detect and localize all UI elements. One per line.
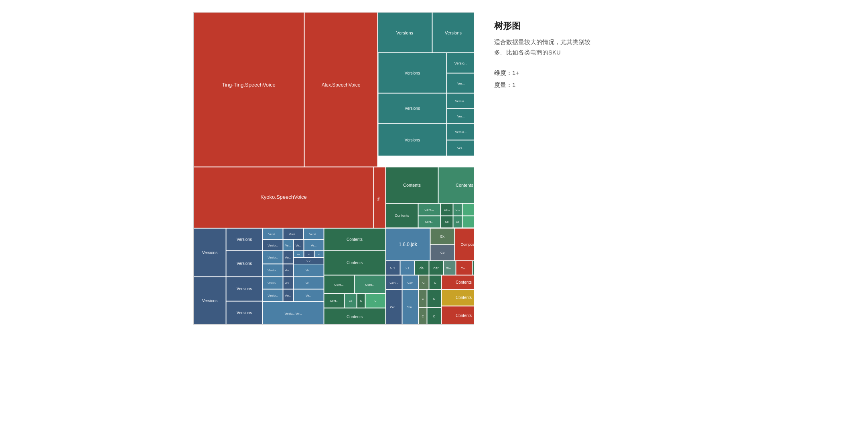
svg-rect-0 [194,12,304,167]
svg-text:Contents: Contents [403,183,421,188]
svg-text:Ver...: Ver... [285,269,291,272]
svg-text:Ve: Ve [297,253,300,256]
svg-text:Versi...: Versi... [289,233,297,236]
svg-text:Ve...: Ve... [306,282,311,285]
svg-text:Compos...: Compos... [460,242,474,246]
svg-text:C: C [434,281,436,285]
page-container: Ting-Ting.SpeechVoice Alex.SpeechVoice V… [193,12,675,325]
svg-text:Contents: Contents [456,183,474,188]
svg-text:Versio...: Versio... [455,99,467,103]
svg-text:V: V [308,253,310,256]
svg-text:Ver...: Ver... [285,294,291,297]
svg-text:Contents: Contents [347,315,363,319]
svg-text:Versio...: Versio... [268,244,278,247]
svg-text:Ve...: Ve... [296,244,301,247]
svg-text:Versi...: Versi... [268,233,277,236]
svg-text:Ve...: Ve... [306,294,311,297]
svg-text:C: C [374,299,376,302]
svg-text:C: C [433,297,435,300]
svg-text:Ex: Ex [440,234,445,238]
measure-label: 度量：1 [494,79,590,91]
svg-text:Ver...: Ver... [457,82,464,85]
svg-text:Cont...: Cont... [424,208,434,212]
svg-text:C: C [422,297,424,300]
svg-text:Alex.SpeechVoice: Alex.SpeechVoice [322,82,361,88]
svg-text:Co: Co [456,220,460,223]
svg-text:5.1: 5.1 [405,266,410,270]
svg-text:Ve...: Ve... [306,269,311,272]
svg-text:Cont...: Cont... [365,283,375,287]
svg-text:Versio...: Versio... [268,294,278,297]
svg-text:Versions: Versions [202,299,217,303]
svg-text:Co...: Co... [461,267,468,270]
svg-text:Versio...: Versio... [455,130,467,134]
svg-text:Versions: Versions [405,71,420,75]
svg-text:Vic: Vic [377,197,380,201]
svg-text:Con: Con [408,281,414,285]
svg-text:C: C [433,315,435,318]
svg-text:C...: C... [456,208,460,211]
svg-text:Versions: Versions [202,250,217,255]
svg-text:V V: V V [306,260,310,262]
svg-text:1.6.0.jdk: 1.6.0.jdk [399,242,417,247]
svg-text:Ting-Ting.SpeechVoice: Ting-Ting.SpeechVoice [222,82,275,88]
svg-text:Cont...: Cont... [425,220,434,223]
svg-text:Ver...: Ver... [457,146,464,150]
svg-text:Contents: Contents [456,295,472,300]
svg-text:Versions: Versions [237,311,252,315]
svg-text:Contents: Contents [347,260,363,265]
svg-text:Con...: Con... [389,281,398,285]
svg-text:Versions: Versions [237,237,252,242]
svg-text:Contents: Contents [456,313,472,318]
svg-text:Contents: Contents [347,237,363,242]
svg-text:Ver...: Ver... [285,282,291,285]
svg-rect-110 [462,216,474,228]
svg-text:Versions: Versions [396,30,414,35]
svg-text:Contents: Contents [456,280,472,285]
svg-text:Versions: Versions [237,261,252,266]
svg-text:Ve...: Ve... [311,244,316,247]
svg-text:Kyoko.SpeechVoice: Kyoko.SpeechVoice [260,194,307,200]
svg-text:Versions: Versions [237,287,252,291]
svg-text:Ve...: Ve... [285,244,291,247]
svg-text:Con...: Con... [390,306,398,309]
svg-text:5.1: 5.1 [390,266,395,270]
treemap: Ting-Ting.SpeechVoice Alex.SpeechVoice V… [193,12,474,325]
svg-text:Versions: Versions [405,138,420,142]
svg-text:Cont...: Cont... [334,283,344,287]
svg-text:Versi...: Versi... [309,233,318,236]
svg-text:Co...: Co... [444,208,450,211]
svg-text:Ver...: Ver... [457,115,464,118]
svg-text:C: C [360,299,362,302]
svg-text:C: C [422,281,425,285]
svg-text:Versions: Versions [405,106,420,111]
svg-text:Versio...: Versio... [268,256,278,259]
svg-text:Versio...: Versio... [268,269,278,272]
svg-text:Cont...: Cont... [330,299,339,302]
svg-rect-2 [304,12,377,167]
svg-text:Sta...: Sta... [446,267,454,270]
svg-text:Versio...   Ver...: Versio... Ver... [284,312,302,315]
svg-text:Co: Co [349,299,353,302]
svg-text:C: C [422,315,424,318]
svg-text:Versio...: Versio... [454,61,468,65]
svg-rect-102 [462,204,474,216]
svg-text:dar: dar [433,266,438,270]
treemap-container: Ting-Ting.SpeechVoice Alex.SpeechVoice V… [193,12,474,325]
svg-text:Versions: Versions [445,30,462,35]
svg-text:V: V [318,253,320,256]
svg-text:Contents: Contents [395,214,410,218]
svg-text:Co: Co [445,220,449,223]
svg-text:Versio...: Versio... [268,282,278,285]
svg-text:Ver...: Ver... [285,256,291,259]
dimension-label: 维度：1+ [494,67,590,79]
chart-description: 适合数据量较大的情况，尤其类别较多。比如各类电商的SKU [494,37,590,57]
sidebar: 树形图 适合数据量较大的情况，尤其类别较多。比如各类电商的SKU 维度：1+ 度… [490,12,594,99]
svg-rect-232 [473,261,474,275]
svg-text:da: da [420,266,424,270]
svg-text:Con...: Con... [407,306,414,309]
chart-title: 树形图 [494,20,590,32]
svg-text:Co: Co [440,251,445,254]
